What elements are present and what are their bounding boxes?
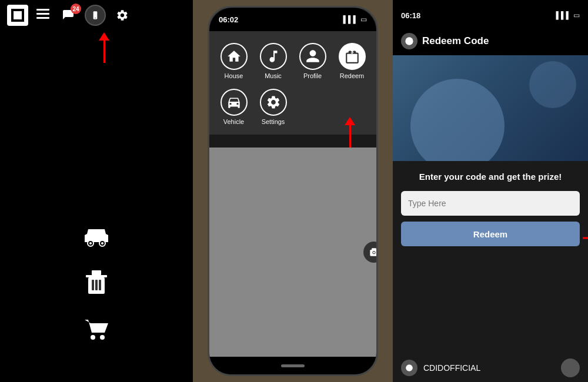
sidebar-vehicle-icon[interactable] [82,226,111,253]
phone-time: 06:02 [219,15,238,24]
badge-count: 24 [71,4,81,14]
svg-point-19 [405,37,413,45]
app-house[interactable]: House [214,38,253,84]
battery-icon: ▭ [360,15,367,24]
footer-username: CDIDOFFICIAL [423,363,480,373]
house-label: House [225,72,243,79]
right-battery-icon: ▭ [573,11,580,19]
svg-rect-4 [36,17,49,19]
sidebar-trash-icon[interactable] [85,269,108,301]
svg-rect-15 [95,280,98,290]
svg-point-17 [91,335,95,340]
redeem-footer: CDIDOFFICIAL [393,351,588,382]
svg-rect-3 [36,13,49,15]
phone-icon-button[interactable] [85,5,106,26]
svg-rect-1 [14,11,22,19]
phone-home-indicator [209,357,376,374]
profile-icon-circle [299,43,326,70]
svg-point-9 [89,242,92,244]
profile-label: Profile [303,72,322,79]
house-icon-circle [220,43,248,70]
svg-rect-11 [86,275,107,277]
arrow-indicator-right [577,229,588,249]
redeem-code-title: Redeem Code [422,35,489,47]
phone-content-area [209,148,376,357]
app-music[interactable]: Music [253,38,293,84]
redeem-code-input[interactable] [401,191,580,216]
redeem-header-icon [401,33,417,49]
redeem-icon-circle [339,43,366,70]
app-redeem[interactable]: Redeem [332,38,372,84]
right-status-bar: 06:18 ▌▌▌ ▭ [393,0,588,31]
svg-rect-16 [99,280,101,290]
screenshot-button[interactable] [363,242,378,263]
settings-icon-circle [260,89,287,116]
svg-rect-12 [92,270,101,275]
middle-panel: 06:02 ▌▌▌ ▭ House [193,0,393,382]
top-bar: 24 [0,0,193,31]
redeem-tagline: Enter your code and get the prize! [401,170,580,183]
redeem-image-area [393,55,588,161]
user-avatar [401,360,417,376]
right-signal-icon: ▌▌▌ [556,11,571,19]
app-profile[interactable]: Profile [293,38,332,84]
decorative-circle-large [410,79,505,161]
footer-circle [561,358,580,377]
svg-rect-2 [36,9,49,11]
redeem-content: Enter your code and get the prize! Redee… [393,161,588,351]
sidebar-cart-icon[interactable] [83,317,109,347]
redeem-code-header: Redeem Code [393,31,588,55]
hamburger-icon[interactable] [34,6,52,25]
left-sidebar [0,226,193,347]
phone-notch [263,8,322,22]
decorative-circle-small [529,61,576,108]
right-status-icons: ▌▌▌ ▭ [556,11,580,19]
svg-point-6 [95,18,95,18]
home-bar [281,364,305,367]
arrow-indicator-top [99,32,109,63]
redeem-button-wrapper: Redeem [401,222,580,246]
music-icon-circle [260,43,287,70]
svg-point-18 [100,335,105,340]
left-panel: 24 [0,0,193,382]
right-time: 06:18 [401,11,420,20]
svg-point-10 [101,242,103,244]
phone-frame: 06:02 ▌▌▌ ▭ House [208,6,378,376]
redeem-label: Redeem [340,72,365,79]
vehicle-icon-circle [220,89,248,116]
arrow-indicator-middle [209,117,376,148]
redeem-button[interactable]: Redeem [401,222,580,246]
svg-point-22 [406,364,413,371]
signal-icon: ▌▌▌ [343,15,358,24]
music-label: Music [265,72,282,79]
settings-gear-button[interactable] [112,5,133,26]
svg-rect-14 [92,280,94,290]
notifications-button[interactable]: 24 [58,5,79,26]
roblox-logo[interactable] [7,5,28,26]
right-panel: 06:18 ▌▌▌ ▭ Redeem Code Enter your code … [393,0,588,382]
phone-status-icons: ▌▌▌ ▭ [343,15,367,24]
